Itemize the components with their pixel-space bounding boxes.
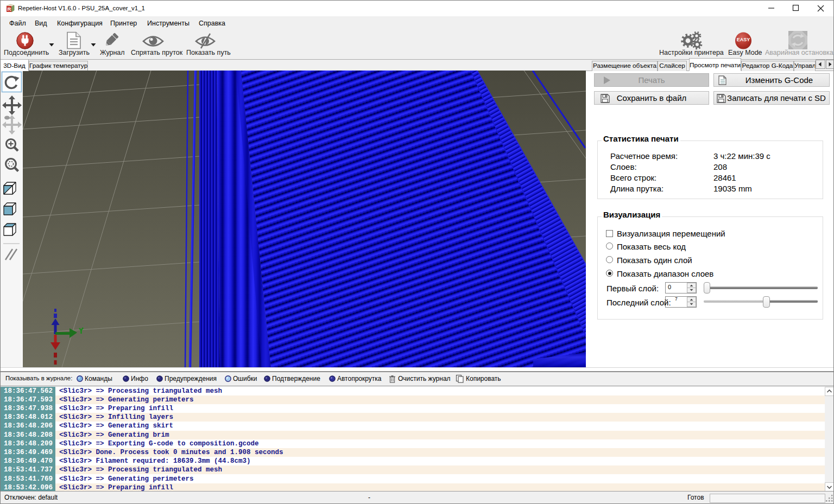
svg-text:R: R bbox=[8, 6, 11, 12]
svg-text:EASY: EASY bbox=[737, 37, 750, 42]
